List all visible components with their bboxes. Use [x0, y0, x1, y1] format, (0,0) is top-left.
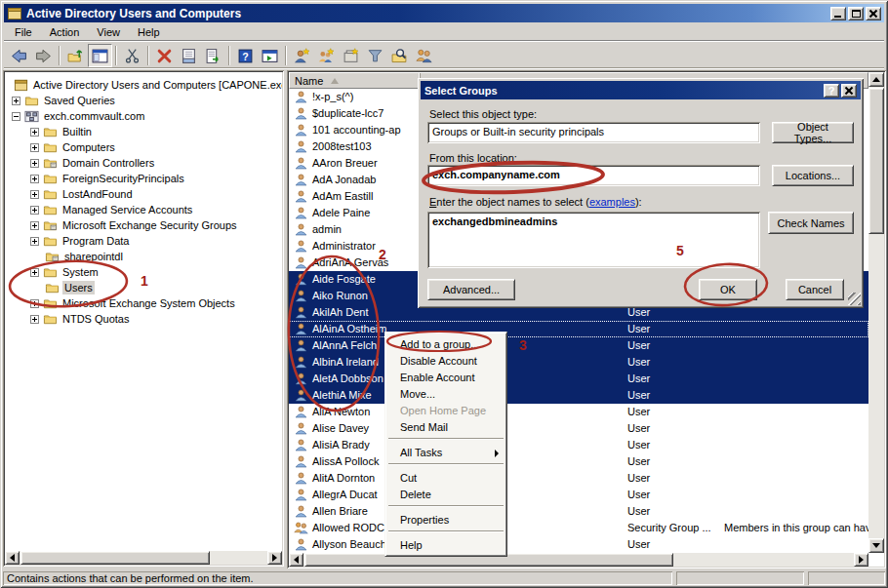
list-row-alethia-mixe[interactable]: AlethiA MixeUser — [289, 387, 868, 404]
properties-icon[interactable] — [177, 44, 201, 67]
person-icon — [294, 488, 308, 502]
check-names-button[interactable]: Check Names — [768, 212, 854, 234]
tree-item-sharepointdl[interactable]: sharepointdl — [30, 249, 125, 264]
cut-icon[interactable] — [120, 44, 144, 67]
menu-item-disable-account[interactable]: Disable Account — [386, 352, 505, 369]
tree-horizontal-scrollbar[interactable] — [5, 551, 282, 565]
help-icon[interactable]: ? — [233, 44, 258, 67]
close-button[interactable] — [866, 7, 881, 20]
menu-item-enable-account[interactable]: Enable Account — [386, 369, 505, 385]
menu-action[interactable]: Action — [41, 24, 89, 40]
menu-help[interactable]: Help — [129, 24, 169, 40]
resize-grip[interactable] — [848, 293, 861, 305]
maximize-button[interactable] — [848, 7, 864, 20]
advanced-button[interactable]: Advanced... — [427, 279, 515, 300]
export-list-icon[interactable] — [201, 44, 225, 67]
column-header-name[interactable]: Name — [290, 73, 421, 88]
minimize-button[interactable] — [830, 7, 846, 20]
list-row-alanna-felch[interactable]: AlAnnA FelchUser — [289, 337, 868, 354]
list-vertical-scrollbar[interactable] — [868, 72, 884, 553]
tree-item-users[interactable]: Users — [30, 280, 95, 295]
list-row-alisia-brady[interactable]: AlisiA BradyUser — [289, 437, 868, 453]
tree-item-lostandfound[interactable]: LostAndFound — [30, 186, 135, 202]
up-one-level-icon[interactable] — [63, 44, 88, 67]
locations-button[interactable]: Locations... — [772, 165, 854, 186]
tree-item-program-data[interactable]: Program Data — [30, 233, 131, 249]
dialog-help-icon[interactable]: ? — [824, 84, 839, 98]
list-row-allen-briare[interactable]: Allen BriareUser — [289, 503, 868, 520]
back-icon[interactable] — [7, 44, 31, 67]
expand-icon[interactable] — [30, 128, 39, 137]
tree-item-foreignsecurityprincipals[interactable]: ForeignSecurityPrincipals — [30, 171, 186, 186]
expand-icon[interactable] — [30, 299, 39, 308]
expand-icon[interactable] — [30, 143, 39, 152]
menu-item-cut[interactable]: Cut — [386, 469, 505, 486]
tree-item-active-directory-users-and-computers-capone-exch[interactable]: Active Directory Users and Computers [CA… — [10, 77, 282, 93]
tree-item-microsoft-exchange-security-groups[interactable]: Microsoft Exchange Security Groups — [30, 217, 239, 233]
list-row-alissa-pollock[interactable]: AlissA PollockUser — [289, 453, 868, 470]
new-window-icon[interactable] — [258, 44, 282, 67]
object-types-button[interactable]: Object Types... — [772, 122, 854, 143]
view-members-icon[interactable] — [412, 44, 436, 67]
menu-item-properties[interactable]: Properties — [386, 511, 505, 528]
object-names-input[interactable]: exchangedbmineadmins — [427, 212, 760, 268]
expand-icon[interactable] — [30, 221, 39, 230]
list-row-allyson-beaucha[interactable]: Allyson BeauchaUser — [289, 536, 868, 553]
list-row-alita-dornton[interactable]: AlitA DorntonUser — [289, 470, 868, 487]
expand-icon[interactable] — [30, 268, 39, 277]
expand-icon[interactable] — [30, 190, 39, 199]
scrollbar-thumb[interactable] — [868, 88, 884, 234]
list-row-allegra-ducat[interactable]: AllegrA DucatUser — [289, 487, 868, 503]
expand-icon[interactable] — [30, 206, 39, 215]
list-row-alaina-ostheim[interactable]: AlAinA OstheimUser — [289, 321, 868, 337]
menu-file[interactable]: File — [6, 24, 41, 40]
menu-item-all-tasks[interactable]: All Tasks — [386, 444, 505, 460]
menu-item-add-to-a-group[interactable]: Add to a group... — [386, 335, 505, 352]
examples-link[interactable]: examples — [589, 196, 635, 208]
collapse-icon[interactable] — [12, 112, 20, 121]
tree-item-saved-queries[interactable]: Saved Queries — [12, 93, 117, 108]
menu-view[interactable]: View — [88, 24, 129, 40]
expand-icon[interactable] — [30, 175, 39, 183]
list-horizontal-scrollbar[interactable] — [289, 553, 868, 567]
expand-icon[interactable] — [30, 237, 39, 246]
menu-item-send-mail[interactable]: Send Mail — [386, 418, 505, 435]
scroll-left-icon[interactable] — [5, 551, 20, 565]
list-row-aleta-dobbson[interactable]: AletA DobbsonUser — [289, 371, 868, 387]
scroll-down-icon[interactable] — [868, 538, 884, 553]
dialog-close-icon[interactable] — [841, 84, 857, 98]
scroll-right-icon[interactable] — [854, 553, 868, 567]
find-icon[interactable] — [387, 44, 412, 67]
menu-item-help[interactable]: Help — [386, 536, 505, 553]
menu-item-delete[interactable]: Delete — [386, 486, 505, 502]
list-row-allowed-rodc-p[interactable]: Allowed RODC PSecurity Group ...Members … — [289, 520, 868, 536]
scroll-right-icon[interactable] — [267, 551, 282, 565]
expand-icon[interactable] — [30, 315, 39, 324]
tree-item-builtin[interactable]: Builtin — [30, 124, 94, 139]
expand-icon[interactable] — [30, 159, 39, 168]
ok-button[interactable]: OK — [699, 279, 757, 300]
forward-icon[interactable] — [31, 44, 56, 67]
tree-item-managed-service-accounts[interactable]: Managed Service Accounts — [30, 202, 194, 217]
filter-icon[interactable] — [363, 44, 387, 67]
scroll-left-icon[interactable] — [289, 553, 303, 567]
tree-item-exch-commvault-com[interactable]: exch.commvault.com — [12, 108, 146, 124]
new-ou-icon[interactable] — [339, 44, 363, 67]
tree-item-system[interactable]: System — [30, 264, 101, 280]
expand-icon[interactable] — [12, 97, 20, 105]
list-row-alia-newton[interactable]: AliA NewtonUser — [289, 404, 868, 420]
scroll-up-icon[interactable] — [868, 72, 884, 87]
list-row-albina-ireland[interactable]: AlbinA IrelandUser — [289, 354, 868, 371]
tree-item-domain-controllers[interactable]: Domain Controllers — [30, 155, 156, 171]
tree-item-ntds-quotas[interactable]: NTDS Quotas — [30, 311, 131, 327]
new-user-icon[interactable] — [290, 44, 314, 67]
scrollbar-thumb[interactable] — [20, 551, 210, 565]
cancel-button[interactable]: Cancel — [786, 279, 844, 300]
menu-item-move[interactable]: Move... — [386, 385, 505, 402]
list-row-alise-davey[interactable]: Alise DaveyUser — [289, 420, 868, 437]
tree-item-microsoft-exchange-system-objects[interactable]: Microsoft Exchange System Objects — [30, 295, 237, 311]
new-group-icon[interactable] — [314, 44, 339, 67]
tree-item-computers[interactable]: Computers — [30, 139, 117, 155]
show-console-tree-icon[interactable] — [88, 44, 112, 67]
delete-icon[interactable] — [152, 44, 177, 67]
